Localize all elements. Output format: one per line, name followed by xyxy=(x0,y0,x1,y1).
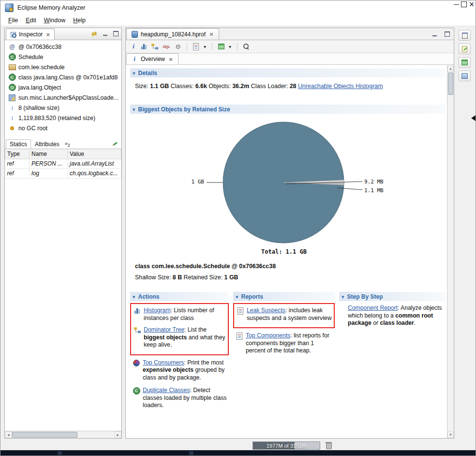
scrollbar-thumb[interactable] xyxy=(12,432,77,438)
fast-view-marker[interactable] xyxy=(471,115,476,121)
collapse-twistie-icon[interactable] xyxy=(236,293,238,300)
retained-size-icon xyxy=(8,114,16,122)
histogram-icon[interactable] xyxy=(140,43,148,50)
heap-usage-bar[interactable]: 1977M of 3191M xyxy=(253,441,320,450)
overview-vertical-scrollbar[interactable]: ▴ ▾ xyxy=(447,65,454,438)
pie-chart[interactable] xyxy=(130,117,447,258)
collapse-twistie-icon[interactable] xyxy=(342,293,344,300)
green-grid-icon[interactable] xyxy=(459,57,471,68)
package-icon xyxy=(8,63,16,71)
link-top-consumers[interactable]: Top Consumers xyxy=(143,359,184,366)
close-icon[interactable] xyxy=(208,31,215,38)
link-with-editor-icon[interactable] xyxy=(90,30,98,37)
scroll-right-button[interactable]: ▸ xyxy=(114,431,121,438)
restore-views-icon[interactable] xyxy=(459,30,471,41)
link-duplicate-classes[interactable]: Duplicate Classes xyxy=(143,387,190,394)
tree-item[interactable]: sun.misc.Launcher$AppClassLoade... xyxy=(5,92,121,103)
tab-overflow-indicator[interactable]: »2 xyxy=(65,140,70,148)
tree-item[interactable]: @ 0x70636cc38 xyxy=(5,42,121,52)
report-list-icon[interactable] xyxy=(192,43,200,50)
section-header-reports[interactable]: Reports xyxy=(233,292,335,301)
table-row[interactable]: refPERSON ...java.util.ArrayList xyxy=(5,159,121,168)
note-icon[interactable] xyxy=(459,44,471,54)
scroll-left-button[interactable]: ◂ xyxy=(5,431,12,438)
column-header-type[interactable]: Type xyxy=(5,149,30,159)
menu-edit[interactable]: Edit xyxy=(22,15,40,25)
menu-file[interactable]: File xyxy=(4,15,22,25)
taskbar-icon[interactable] xyxy=(189,451,193,455)
tab-inspector[interactable]: Inspector xyxy=(6,29,55,40)
maximize-view-icon[interactable] xyxy=(112,30,119,37)
link-top-components[interactable]: Top Components xyxy=(246,332,290,339)
selected-object-line: class com.lee.schedule.Schedule @ 0x7063… xyxy=(135,263,445,270)
address-icon xyxy=(8,43,16,51)
section-header-details[interactable]: Details xyxy=(130,68,445,77)
inspector-horizontal-scrollbar[interactable]: ◂ ▸ xyxy=(5,431,121,438)
minimize-view-icon[interactable] xyxy=(431,30,438,38)
scroll-down-button[interactable]: ▾ xyxy=(447,431,454,438)
tree-item[interactable]: java.lang.Object xyxy=(5,82,121,92)
dominator-tree-icon[interactable] xyxy=(151,43,159,50)
application-window: Eclipse Memory Analyzer FileEditWindowHe… xyxy=(0,0,476,456)
close-icon[interactable] xyxy=(167,56,174,62)
maximize-view-icon[interactable] xyxy=(443,30,451,38)
minimize-view-icon[interactable] xyxy=(101,30,109,37)
maximize-icon[interactable] xyxy=(460,0,468,8)
scroll-up-button[interactable]: ▴ xyxy=(447,65,454,72)
search-icon[interactable] xyxy=(242,43,250,50)
column-header-value[interactable]: Value xyxy=(68,149,121,159)
tab-statics[interactable]: Statics xyxy=(6,139,31,149)
link-component-report[interactable]: Component Report xyxy=(348,304,398,311)
tree-item[interactable]: Schedule xyxy=(5,52,121,62)
table-cell: ch.qos.logback.c... xyxy=(68,168,121,178)
unreachable-objects-histogram-link[interactable]: Unreachable Objects Histogram xyxy=(298,83,383,90)
caret-down-icon[interactable] xyxy=(203,43,207,50)
tab-heapdump[interactable]: heapdump_108244.hprof xyxy=(126,28,219,40)
section-header-step-by-step[interactable]: Step By Step xyxy=(339,292,445,301)
os-taskbar xyxy=(0,450,476,456)
table-row[interactable]: reflogch.qos.logback.c... xyxy=(5,168,121,178)
tree-item[interactable]: com.lee.schedule xyxy=(5,62,121,72)
green-grid-icon[interactable] xyxy=(217,43,225,50)
close-icon[interactable] xyxy=(468,0,476,8)
info-icon xyxy=(131,55,138,63)
scrollbar-thumb[interactable] xyxy=(448,73,453,95)
tree-item[interactable]: class java.lang.Class @ 0x701e1afd8 xyxy=(5,72,121,82)
editor-area: heapdump_108244.hprof Overview Details S… xyxy=(125,28,454,439)
tree-item[interactable]: 1,119,883,520 (retained size) xyxy=(5,113,121,123)
collapse-twistie-icon[interactable] xyxy=(133,106,135,113)
tree-item-label: 1,119,883,520 (retained size) xyxy=(18,115,95,122)
tab-overview[interactable]: Overview xyxy=(126,53,178,64)
gears-icon[interactable] xyxy=(174,43,182,50)
tab-attributes[interactable]: Attributes xyxy=(31,139,63,149)
info-icon[interactable] xyxy=(130,43,137,50)
menu-window[interactable]: Window xyxy=(40,15,69,25)
menu-help[interactable]: Help xyxy=(69,15,89,25)
section-header-biggest-objects-by-retained-size[interactable]: Biggest Objects by Retained Size xyxy=(130,105,445,114)
oql-icon[interactable] xyxy=(162,43,171,50)
blue-grid-icon[interactable] xyxy=(459,71,471,81)
tree-item[interactable]: 8 (shallow size) xyxy=(5,103,121,113)
class-icon xyxy=(8,74,16,81)
pie-chart-area: 1 GB 9.2 MB 1.1 MB Total: 1.1 GB xyxy=(130,117,445,258)
result-tabs: Overview xyxy=(126,53,454,65)
run-garbage-collector-icon[interactable] xyxy=(325,441,333,450)
tree-item[interactable]: no GC root xyxy=(5,123,121,133)
close-icon[interactable] xyxy=(45,31,51,38)
section-header-actions[interactable]: Actions xyxy=(130,292,229,301)
collapse-twistie-icon[interactable] xyxy=(133,70,135,76)
minimize-icon[interactable] xyxy=(452,0,460,8)
gc-root-icon xyxy=(8,124,16,132)
column-actions: ActionsHistogram: Lists number of instan… xyxy=(130,292,229,415)
edit-icon[interactable] xyxy=(111,140,119,148)
tree-item-label: class java.lang.Class @ 0x701e1afd8 xyxy=(18,74,118,81)
dominator-tree-icon xyxy=(134,326,141,334)
link-histogram[interactable]: Histogram xyxy=(144,307,171,314)
link-dominator-tree[interactable]: Dominator Tree xyxy=(144,326,184,333)
caret-down-icon[interactable] xyxy=(228,43,232,50)
query-item: Dominator Tree: List the biggest objects… xyxy=(134,326,226,349)
column-header-name[interactable]: Name xyxy=(30,149,68,159)
link-leak-suspects[interactable]: Leak Suspects xyxy=(247,307,285,314)
collapse-twistie-icon[interactable] xyxy=(133,293,135,300)
taskbar-icon[interactable] xyxy=(58,451,62,455)
